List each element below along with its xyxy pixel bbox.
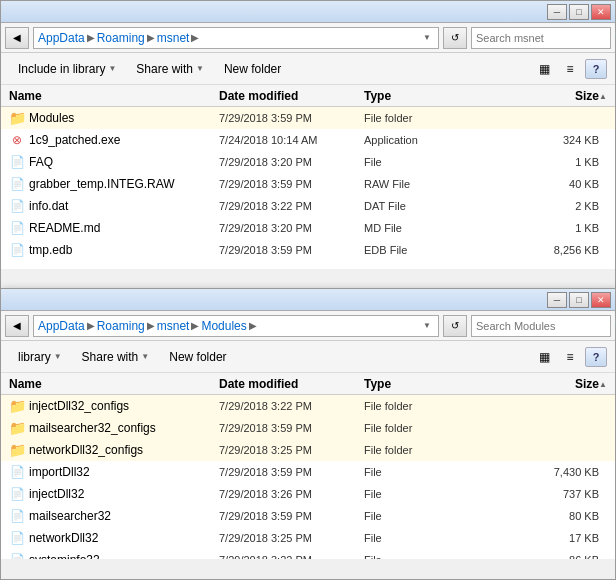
restore-button-2[interactable]: □	[569, 292, 589, 308]
cell-type: File folder	[364, 444, 464, 456]
col-date-header-2[interactable]: Date modified	[219, 377, 364, 391]
table-row[interactable]: 📁 injectDll32_configs 7/29/2018 3:22 PM …	[1, 395, 615, 417]
file-icon-folder: 📁	[9, 442, 25, 458]
search-box-1[interactable]: 🔍	[471, 27, 611, 49]
col-type-header-2[interactable]: Type	[364, 377, 464, 391]
cell-name: 📁 injectDll32_configs	[9, 398, 219, 414]
cell-name: 📁 Modules	[9, 110, 219, 126]
share-with-label-2: Share with	[82, 350, 139, 364]
breadcrumb-1[interactable]: AppData ▶ Roaming ▶ msnet ▶ ▼	[33, 27, 439, 49]
close-button-2[interactable]: ✕	[591, 292, 611, 308]
file-icon-file: 📄	[9, 508, 25, 524]
table-row[interactable]: 📁 mailsearcher32_configs 7/29/2018 3:59 …	[1, 417, 615, 439]
breadcrumb-dropdown-2[interactable]: ▼	[420, 321, 434, 330]
file-icon-file: 📄	[9, 176, 25, 192]
close-button-1[interactable]: ✕	[591, 4, 611, 20]
breadcrumb-sep-1c: ▶	[191, 32, 199, 43]
table-row[interactable]: 📄 tmp.edb 7/29/2018 3:59 PM EDB File 8,2…	[1, 239, 615, 261]
library-button-2[interactable]: library ▼	[9, 345, 71, 369]
breadcrumb-roaming-2[interactable]: Roaming	[97, 319, 145, 333]
cell-date: 7/29/2018 3:22 PM	[219, 400, 364, 412]
refresh-button-2[interactable]: ↺	[443, 315, 467, 337]
col-date-header-1[interactable]: Date modified	[219, 89, 364, 103]
breadcrumb-modules-2[interactable]: Modules	[201, 319, 246, 333]
table-row[interactable]: 📄 grabber_temp.INTEG.RAW 7/29/2018 3:59 …	[1, 173, 615, 195]
views-menu-button-1[interactable]: ▦	[533, 59, 555, 79]
help-button-2[interactable]: ?	[585, 347, 607, 367]
table-row[interactable]: 📄 networkDll32 7/29/2018 3:25 PM File 17…	[1, 527, 615, 549]
back-icon-1: ◀	[13, 32, 21, 43]
breadcrumb-2[interactable]: AppData ▶ Roaming ▶ msnet ▶ Modules ▶ ▼	[33, 315, 439, 337]
table-row[interactable]: ⊗ 1c9_patched.exe 7/24/2018 10:14 AM App…	[1, 129, 615, 151]
search-box-2[interactable]: 🔍	[471, 315, 611, 337]
restore-icon-1: □	[576, 7, 581, 17]
search-input-2[interactable]	[476, 320, 614, 332]
cell-type: File folder	[364, 422, 464, 434]
breadcrumb-sep-2d: ▶	[249, 320, 257, 331]
minimize-icon-1: ─	[554, 7, 560, 17]
cell-type: RAW File	[364, 178, 464, 190]
table-row[interactable]: 📄 FAQ 7/29/2018 3:20 PM File 1 KB	[1, 151, 615, 173]
new-folder-button-2[interactable]: New folder	[160, 345, 235, 369]
table-row[interactable]: 📄 mailsearcher32 7/29/2018 3:59 PM File …	[1, 505, 615, 527]
cell-type: File folder	[364, 112, 464, 124]
change-view-button-2[interactable]: ≡	[559, 347, 581, 367]
share-with-button-1[interactable]: Share with ▼	[127, 57, 213, 81]
toolbar-2: library ▼ Share with ▼ New folder ▦ ≡ ?	[1, 341, 615, 373]
cell-date: 7/29/2018 3:59 PM	[219, 112, 364, 124]
table-row[interactable]: 📄 README.md 7/29/2018 3:20 PM MD File 1 …	[1, 217, 615, 239]
filename: mailsearcher32	[29, 509, 111, 523]
sort-indicator-2: ▲	[599, 379, 607, 388]
new-folder-button-1[interactable]: New folder	[215, 57, 290, 81]
file-icon-file: 📄	[9, 220, 25, 236]
col-name-header-1[interactable]: Name ▲	[9, 89, 219, 103]
cell-date: 7/29/2018 3:22 PM	[219, 554, 364, 560]
cell-size: 80 KB	[464, 510, 607, 522]
breadcrumb-sep-2b: ▶	[147, 320, 155, 331]
table-row[interactable]: 📄 systeminfo32 7/29/2018 3:22 PM File 86…	[1, 549, 615, 559]
minimize-button-2[interactable]: ─	[547, 292, 567, 308]
breadcrumb-sep-1a: ▶	[87, 32, 95, 43]
back-button-1[interactable]: ◀	[5, 27, 29, 49]
cell-name: 📄 importDll32	[9, 464, 219, 480]
back-button-2[interactable]: ◀	[5, 315, 29, 337]
file-icon-file: 📄	[9, 530, 25, 546]
col-size-header-2[interactable]: Size	[464, 377, 607, 391]
close-icon-1: ✕	[597, 7, 605, 17]
refresh-button-1[interactable]: ↺	[443, 27, 467, 49]
share-arrow-1: ▼	[196, 64, 204, 73]
views-menu-button-2[interactable]: ▦	[533, 347, 555, 367]
include-library-button[interactable]: Include in library ▼	[9, 57, 125, 81]
restore-button-1[interactable]: □	[569, 4, 589, 20]
change-view-button-1[interactable]: ≡	[559, 59, 581, 79]
col-name-header-2[interactable]: Name ▲	[9, 377, 219, 391]
table-row[interactable]: 📄 info.dat 7/29/2018 3:22 PM DAT File 2 …	[1, 195, 615, 217]
breadcrumb-msnet-2[interactable]: msnet	[157, 319, 190, 333]
cell-date: 7/29/2018 3:25 PM	[219, 532, 364, 544]
minimize-button-1[interactable]: ─	[547, 4, 567, 20]
breadcrumb-appdata-2[interactable]: AppData	[38, 319, 85, 333]
table-row[interactable]: 📁 Modules 7/29/2018 3:59 PM File folder	[1, 107, 615, 129]
cell-date: 7/29/2018 3:59 PM	[219, 178, 364, 190]
file-list-2: 📁 injectDll32_configs 7/29/2018 3:22 PM …	[1, 395, 615, 559]
filename: networkDll32_configs	[29, 443, 143, 457]
refresh-icon-2: ↺	[451, 320, 459, 331]
share-with-button-2[interactable]: Share with ▼	[73, 345, 159, 369]
cell-type: DAT File	[364, 200, 464, 212]
table-row[interactable]: 📄 injectDll32 7/29/2018 3:26 PM File 737…	[1, 483, 615, 505]
search-input-1[interactable]	[476, 32, 614, 44]
breadcrumb-dropdown-1[interactable]: ▼	[420, 33, 434, 42]
back-icon-2: ◀	[13, 320, 21, 331]
col-size-header-1[interactable]: Size	[464, 89, 607, 103]
help-button-1[interactable]: ?	[585, 59, 607, 79]
cell-type: File	[364, 554, 464, 560]
breadcrumb-msnet-1[interactable]: msnet	[157, 31, 190, 45]
table-row[interactable]: 📄 importDll32 7/29/2018 3:59 PM File 7,4…	[1, 461, 615, 483]
col-type-header-1[interactable]: Type	[364, 89, 464, 103]
table-row[interactable]: 📁 networkDll32_configs 7/29/2018 3:25 PM…	[1, 439, 615, 461]
cell-size: 8,256 KB	[464, 244, 607, 256]
breadcrumb-appdata-1[interactable]: AppData	[38, 31, 85, 45]
titlebar-2: ─ □ ✕	[1, 289, 615, 311]
cell-date: 7/24/2018 10:14 AM	[219, 134, 364, 146]
breadcrumb-roaming-1[interactable]: Roaming	[97, 31, 145, 45]
